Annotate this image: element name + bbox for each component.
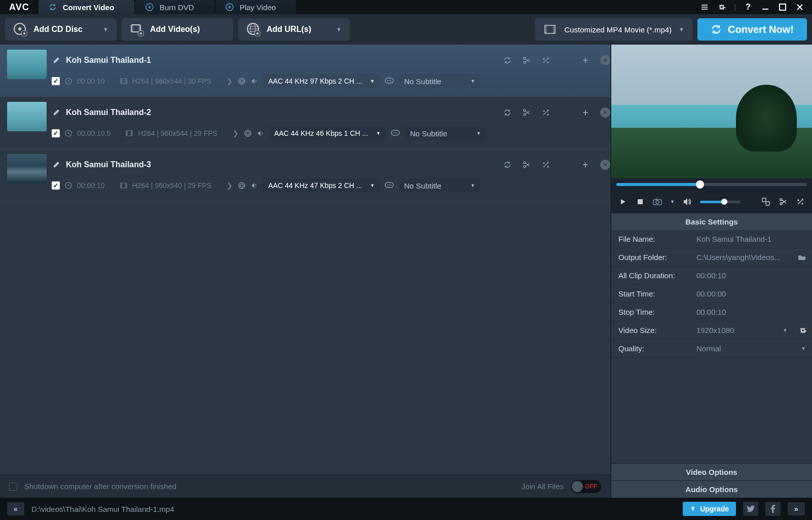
- add-icon[interactable]: +: [581, 160, 590, 169]
- target-icon[interactable]: [238, 181, 246, 190]
- volume-icon[interactable]: [683, 197, 692, 206]
- refresh-icon: [49, 3, 57, 11]
- close-button[interactable]: [795, 2, 805, 12]
- convert-now-button[interactable]: Convert Now!: [697, 18, 807, 41]
- chevron-down-icon: ▼: [801, 346, 806, 351]
- maximize-button[interactable]: [778, 2, 788, 12]
- effects-icon[interactable]: [541, 108, 550, 117]
- target-icon[interactable]: [238, 77, 246, 85]
- edit-icon[interactable]: [52, 160, 61, 169]
- output-format-selector[interactable]: Customized MP4 Movie (*.mp4) ▼: [535, 18, 692, 41]
- snapshot-icon[interactable]: [653, 197, 662, 206]
- settings-icon[interactable]: [717, 2, 727, 12]
- seek-bar[interactable]: [611, 178, 812, 191]
- join-files-toggle[interactable]: OFF: [571, 480, 601, 493]
- svg-rect-5: [702, 9, 708, 10]
- tab-burn-dvd[interactable]: Burn DVD: [135, 0, 214, 14]
- start-time-value[interactable]: 00:00:00: [692, 289, 812, 298]
- volume-slider[interactable]: [700, 201, 741, 203]
- quality-value[interactable]: Normal▼: [692, 344, 812, 353]
- remove-icon[interactable]: ✕: [600, 107, 610, 118]
- refresh-icon[interactable]: [503, 160, 512, 169]
- svg-point-36: [240, 80, 243, 83]
- subtitle-selector[interactable]: No Subtitle ▼: [399, 74, 480, 88]
- svg-rect-21: [545, 26, 546, 27]
- effects-icon[interactable]: [541, 160, 550, 169]
- upgrade-button[interactable]: Upgrade: [683, 502, 736, 516]
- audio-track-selector[interactable]: AAC 44 KHz 97 Kbps 2 CH ... ▼: [263, 74, 380, 88]
- output-folder-value[interactable]: C:\Users\yangh\Videos...: [692, 253, 812, 262]
- format-label: Customized MP4 Movie (*.mp4): [564, 25, 672, 34]
- svg-rect-24: [553, 26, 555, 27]
- video-thumbnail[interactable]: [7, 50, 47, 79]
- checkbox[interactable]: ✓: [52, 77, 60, 85]
- minimize-button[interactable]: [760, 2, 770, 12]
- audio-options-header[interactable]: Audio Options: [611, 480, 812, 498]
- refresh-icon[interactable]: [503, 108, 512, 117]
- effects-icon[interactable]: [796, 197, 805, 206]
- target-icon[interactable]: [244, 129, 252, 137]
- play-icon[interactable]: [618, 197, 628, 206]
- tab-label: Burn DVD: [160, 3, 194, 12]
- add-videos-button[interactable]: Add Video(s): [122, 18, 233, 41]
- facebook-icon[interactable]: [765, 502, 781, 516]
- subtitle-selector[interactable]: No Subtitle ▼: [399, 178, 480, 193]
- audio-track-selector[interactable]: AAC 44 KHz 46 Kbps 1 CH ... ▼: [269, 126, 386, 140]
- expand-button[interactable]: »: [788, 502, 805, 515]
- chevron-down-icon[interactable]: ▼: [670, 199, 675, 204]
- scissors-icon[interactable]: [522, 160, 531, 169]
- subtitle-selector[interactable]: No Subtitle ▼: [405, 126, 486, 140]
- svg-point-40: [390, 80, 391, 81]
- audio-track-selector[interactable]: AAC 44 KHz 47 Kbps 2 CH ... ▼: [263, 178, 380, 193]
- add-icon[interactable]: +: [581, 108, 590, 117]
- upload-icon: [690, 506, 696, 512]
- remove-icon[interactable]: ✕: [600, 160, 610, 170]
- shutdown-label: Shutdown computer after conversion finis…: [24, 482, 176, 491]
- checkbox[interactable]: ✓: [52, 181, 60, 190]
- toggle-state: OFF: [585, 483, 597, 490]
- remove-icon[interactable]: ✕: [600, 55, 610, 65]
- svg-point-78: [802, 203, 803, 204]
- add-icon[interactable]: +: [581, 56, 590, 65]
- tab-convert-video[interactable]: Convert Video: [39, 0, 134, 14]
- tab-play-video[interactable]: Play Video: [215, 0, 296, 14]
- edit-icon[interactable]: [52, 108, 61, 117]
- basic-settings-header[interactable]: Basic Settings: [611, 213, 812, 230]
- help-icon[interactable]: ?: [743, 2, 753, 12]
- stop-time-value[interactable]: 00:00:10: [692, 308, 812, 316]
- upgrade-label: Upgrade: [700, 505, 729, 513]
- twitter-icon[interactable]: [743, 502, 758, 516]
- stop-icon[interactable]: [636, 197, 645, 206]
- file-item[interactable]: Koh Samui Thailand-3 + ✕ ✓ 00:00:10: [0, 149, 610, 201]
- gear-icon[interactable]: [799, 326, 807, 335]
- file-title: Koh Samui Thailand-1: [66, 56, 151, 65]
- video-thumbnail[interactable]: [7, 102, 47, 131]
- add-urls-button[interactable]: Add URL(s) ▼: [238, 18, 350, 41]
- link-icon[interactable]: [761, 197, 770, 206]
- file-item[interactable]: Koh Samui Thailand-2 + ✕ ✓ 00:00:10.5: [0, 97, 610, 149]
- video-size-value[interactable]: 1920x1080▼: [692, 326, 812, 335]
- collapse-button[interactable]: «: [7, 502, 24, 515]
- video-thumbnail[interactable]: [7, 154, 47, 183]
- svg-rect-33: [121, 79, 122, 84]
- scissors-icon[interactable]: [522, 56, 531, 65]
- file-name-value[interactable]: Koh Samui Thailand-1: [692, 235, 812, 243]
- edit-icon[interactable]: [52, 56, 61, 65]
- file-item[interactable]: Koh Samui Thailand-1 + ✕ ✓ 00:00:10: [0, 45, 610, 97]
- svg-rect-4: [702, 7, 708, 8]
- checkbox-shutdown[interactable]: [9, 482, 17, 491]
- add-cd-disc-button[interactable]: Add CD Disc ▼: [5, 18, 117, 41]
- disc-icon: [145, 3, 154, 11]
- effects-icon[interactable]: [541, 56, 550, 65]
- options-icon[interactable]: [699, 2, 710, 12]
- scissors-icon[interactable]: [779, 197, 788, 206]
- svg-point-76: [780, 203, 782, 205]
- video-options-header[interactable]: Video Options: [611, 463, 812, 480]
- scissors-icon[interactable]: [522, 108, 531, 117]
- checkbox[interactable]: ✓: [52, 129, 60, 137]
- folder-icon[interactable]: [798, 254, 806, 261]
- subtitle-value: No Subtitle: [404, 181, 441, 190]
- refresh-icon[interactable]: [503, 56, 512, 65]
- video-preview[interactable]: [611, 45, 812, 178]
- subtitle-icon: [391, 130, 400, 137]
